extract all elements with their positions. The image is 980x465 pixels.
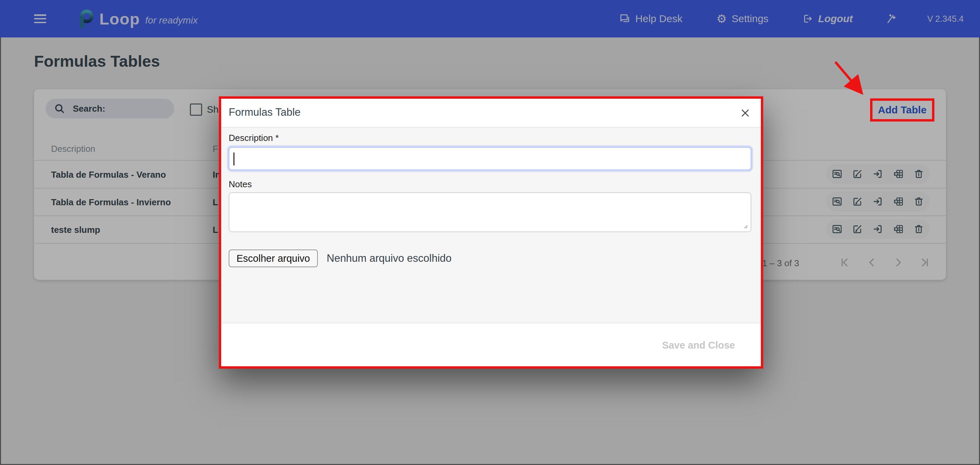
text-caret <box>234 153 234 166</box>
close-icon[interactable] <box>739 107 751 119</box>
modal-footer: Save and Close <box>221 323 761 366</box>
modal-header <box>221 99 761 127</box>
notes-textarea[interactable] <box>229 192 751 232</box>
notes-label: Notes <box>229 179 252 190</box>
formulas-table-modal: Formulas Table Description * Notes Escol… <box>219 96 763 369</box>
screenshot-viewport: Loop for readymix Help Desk ⚙ Settings L… <box>0 0 980 465</box>
description-label: Description * <box>229 133 279 143</box>
modal-title: Formulas Table <box>229 106 301 118</box>
resize-handle-icon[interactable] <box>743 223 748 229</box>
choose-file-button[interactable]: Escolher arquivo <box>229 250 318 267</box>
save-and-close-button[interactable]: Save and Close <box>662 340 735 351</box>
file-status-text: Nenhum arquivo escolhido <box>327 252 452 264</box>
description-input[interactable] <box>229 147 751 170</box>
